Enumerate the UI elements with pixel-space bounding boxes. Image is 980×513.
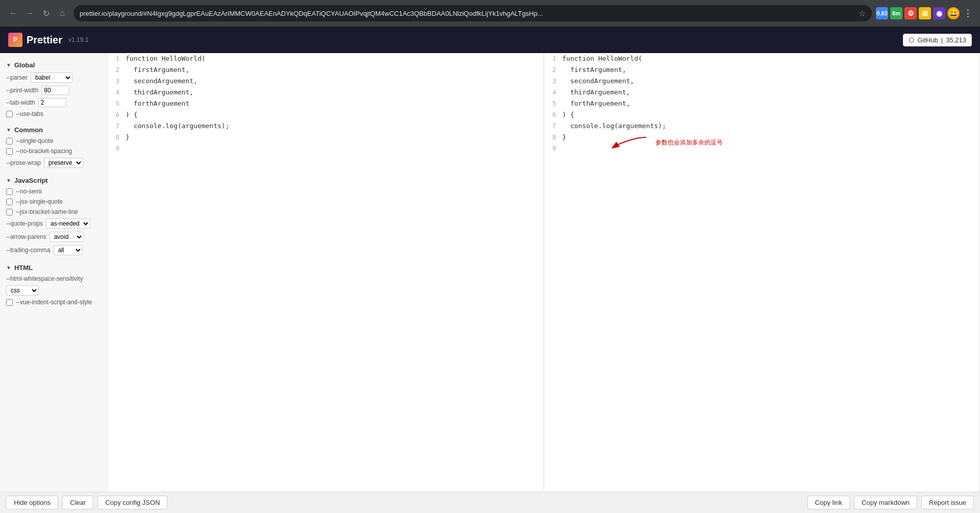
tab-width-label: --tab-width: [6, 99, 35, 106]
copy-markdown-button[interactable]: Copy markdown: [854, 496, 917, 509]
line-number: 5: [107, 99, 126, 109]
line-content: firstArgument,: [562, 65, 626, 75]
html-whitespace-sensitivity-label-row: --html-whitespace-sensitivity: [0, 274, 107, 284]
app-header: P Prettier v1.19.1 ⬡ GitHub | 35,213: [0, 27, 980, 53]
github-button[interactable]: ⬡ GitHub | 35,213: [903, 34, 972, 46]
bottom-right-actions: Copy link Copy markdown Report issue: [807, 496, 974, 509]
bottom-bar: Hide options Clear Copy config JSON Copy…: [0, 492, 980, 513]
html-section-header[interactable]: ▼ HTML: [0, 260, 107, 274]
copy-link-button[interactable]: Copy link: [807, 496, 850, 509]
line-number: 8: [544, 132, 562, 142]
global-section-label: Global: [14, 61, 35, 69]
print-width-input[interactable]: [41, 86, 69, 95]
output-code-line: 4 thirdArguement,: [544, 87, 980, 98]
print-width-label: --print-width: [6, 87, 38, 94]
input-code-line: 6) {: [107, 109, 544, 120]
arrow-parens-select[interactable]: avoid always: [50, 232, 84, 242]
use-tabs-label: --use-tabs: [16, 110, 43, 117]
line-content: ) {: [126, 110, 137, 120]
line-content: forthArguement: [126, 99, 189, 109]
global-section-header[interactable]: ▼ Global: [0, 57, 107, 71]
line-number: 1: [544, 54, 562, 64]
single-quote-option: --single-quote: [0, 136, 107, 146]
user-avatar[interactable]: 😀: [947, 7, 960, 19]
arrow-parens-label: --arrow-parens: [6, 233, 46, 240]
line-content: }: [562, 132, 567, 142]
html-whitespace-sensitivity-option: css strict ignore: [0, 284, 107, 297]
star-icon[interactable]: ☆: [859, 9, 866, 18]
tab-width-input[interactable]: [38, 98, 66, 107]
quote-props-select[interactable]: as-needed consistent preserve: [46, 218, 90, 229]
html-whitespace-sensitivity-select[interactable]: css strict ignore: [6, 285, 39, 296]
single-quote-checkbox[interactable]: [6, 138, 13, 144]
ext-icon-5[interactable]: ◉: [933, 7, 945, 19]
ext-icon-4[interactable]: ⊞: [919, 7, 931, 19]
report-issue-button[interactable]: Report issue: [921, 496, 974, 509]
output-code-line: 6) {: [544, 109, 980, 120]
line-number: 3: [107, 76, 126, 86]
jsx-bracket-same-line-label: --jsx-bracket-same-line: [16, 208, 78, 215]
bottom-left-actions: Hide options Clear Copy config JSON: [6, 496, 167, 509]
input-code-panel[interactable]: 1function HelloWorld(2 firstArgument,3 s…: [107, 53, 544, 492]
line-content: thirdArguement,: [562, 87, 630, 97]
no-bracket-spacing-checkbox[interactable]: [6, 148, 13, 155]
line-content: secondArguement,: [126, 76, 198, 86]
line-content: secondArguement,: [562, 76, 634, 86]
input-code-line: 3 secondArguement,: [107, 76, 544, 87]
quote-props-option: --quote-props as-needed consistent prese…: [0, 217, 107, 230]
prose-wrap-select[interactable]: preserve always never: [44, 158, 83, 168]
common-section-header[interactable]: ▼ Common: [0, 122, 107, 136]
no-semi-checkbox[interactable]: [6, 188, 13, 195]
input-code-line: 1function HelloWorld(: [107, 53, 544, 64]
back-button[interactable]: ←: [6, 6, 20, 20]
clear-button[interactable]: Clear: [62, 496, 93, 509]
input-code-line: 8}: [107, 132, 544, 143]
vue-indent-checkbox[interactable]: [6, 299, 13, 306]
ext-icon-3[interactable]: ⚙: [904, 7, 917, 19]
line-number: 8: [107, 132, 126, 142]
line-content: console.log(arguements);: [562, 121, 667, 131]
vue-indent-label: --vue-indent-script-and-style: [16, 299, 92, 306]
output-code-line: 2 firstArgument,: [544, 64, 980, 76]
ext-icon-2[interactable]: 8m: [890, 7, 902, 19]
logo-icon: P: [8, 33, 22, 47]
input-code-line: 2 firstArgument,: [107, 64, 544, 76]
github-label: GitHub: [917, 36, 938, 44]
line-content: }: [126, 132, 130, 142]
common-triangle-icon: ▼: [6, 127, 11, 133]
no-semi-label: --no-semi: [16, 188, 42, 195]
more-menu-icon[interactable]: ⋮: [962, 7, 974, 19]
parser-option: --parser babel babylon flow typescript: [0, 71, 107, 84]
ext-icon-1[interactable]: 0.83: [876, 7, 888, 19]
line-number: 6: [544, 110, 562, 120]
output-code-line: 7 console.log(arguements);: [544, 120, 980, 132]
line-number: 4: [544, 87, 562, 97]
line-number: 1: [107, 54, 126, 64]
jsx-single-quote-checkbox[interactable]: [6, 199, 13, 205]
jsx-bracket-same-line-checkbox[interactable]: [6, 209, 13, 215]
jsx-single-quote-option: --jsx-single-quote: [0, 197, 107, 207]
forward-button[interactable]: →: [22, 6, 37, 20]
parser-select[interactable]: babel babylon flow typescript: [31, 72, 72, 83]
hide-options-button[interactable]: Hide options: [6, 496, 58, 509]
html-triangle-icon: ▼: [6, 265, 11, 271]
javascript-section-label: JavaScript: [14, 177, 48, 184]
line-content: function HelloWorld(: [562, 54, 643, 64]
browser-chrome: ← → ↻ ⌂ prettier.io/playground/#N4Igxg9g…: [0, 0, 980, 27]
copy-config-json-button[interactable]: Copy config JSON: [97, 496, 167, 509]
tab-width-option: --tab-width: [0, 96, 107, 109]
parser-label: --parser: [6, 74, 28, 81]
trailing-comma-select[interactable]: none es5 all: [54, 245, 83, 255]
address-bar[interactable]: prettier.io/playground/#N4Igxg9gdgLgprEA…: [74, 5, 872, 21]
home-button[interactable]: ⌂: [55, 6, 69, 20]
print-width-option: --print-width: [0, 84, 107, 96]
extension-icons: 0.83 8m ⚙ ⊞ ◉ 😀 ⋮: [876, 7, 974, 19]
output-code-line: 1function HelloWorld(: [544, 53, 980, 64]
reload-button[interactable]: ↻: [39, 6, 53, 20]
app-title: Prettier: [27, 34, 62, 46]
use-tabs-checkbox[interactable]: [6, 111, 13, 117]
output-code-line: 5 forthArguement,: [544, 98, 980, 109]
input-code-line: 5 forthArguement: [107, 98, 544, 109]
javascript-section-header[interactable]: ▼ JavaScript: [0, 173, 107, 186]
line-number: 7: [107, 121, 126, 131]
